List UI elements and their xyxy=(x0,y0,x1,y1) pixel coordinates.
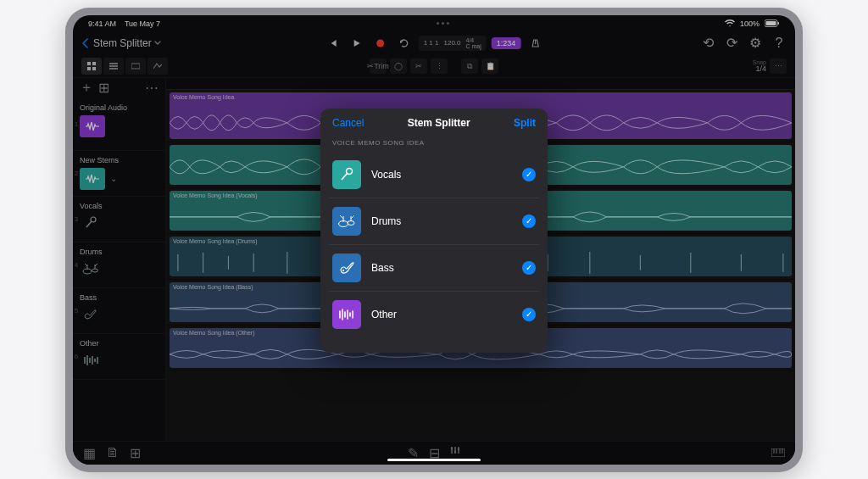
svg-point-22 xyxy=(342,270,344,271)
check-icon[interactable]: ✓ xyxy=(522,214,536,228)
check-icon[interactable]: ✓ xyxy=(522,261,536,275)
stem-splitter-modal: Cancel Stem Splitter Split Voice Memo So… xyxy=(320,109,548,353)
stem-option-vocals[interactable]: Vocals ✓ xyxy=(329,152,539,198)
check-icon[interactable]: ✓ xyxy=(522,168,536,181)
ipad-frame: 9:41 AM Tue May 7 100% Stem Splitter xyxy=(65,8,803,472)
stem-option-drums[interactable]: Drums ✓ xyxy=(329,198,539,245)
stem-label: Vocals xyxy=(371,169,512,181)
modal-subtitle: Voice Memo Song Idea xyxy=(320,137,548,152)
svg-point-21 xyxy=(348,220,354,225)
modal-header: Cancel Stem Splitter Split xyxy=(320,109,548,137)
bars-icon xyxy=(332,300,361,329)
screen: 9:41 AM Tue May 7 100% Stem Splitter xyxy=(73,15,795,465)
split-button[interactable]: Split xyxy=(514,117,536,129)
stem-label: Drums xyxy=(371,215,512,227)
cancel-button[interactable]: Cancel xyxy=(332,117,364,129)
home-indicator[interactable] xyxy=(387,459,481,461)
modal-title: Stem Splitter xyxy=(408,117,470,129)
stem-label: Bass xyxy=(371,262,512,274)
modal-list: Vocals ✓ Drums ✓ Bass ✓ Other ✓ xyxy=(320,152,548,353)
stem-option-bass[interactable]: Bass ✓ xyxy=(329,245,539,292)
guitar-icon xyxy=(332,253,361,282)
drum-icon xyxy=(332,207,361,236)
stem-option-other[interactable]: Other ✓ xyxy=(329,292,539,337)
mic-icon xyxy=(332,160,361,189)
check-icon[interactable]: ✓ xyxy=(522,308,536,321)
stem-label: Other xyxy=(371,309,512,320)
